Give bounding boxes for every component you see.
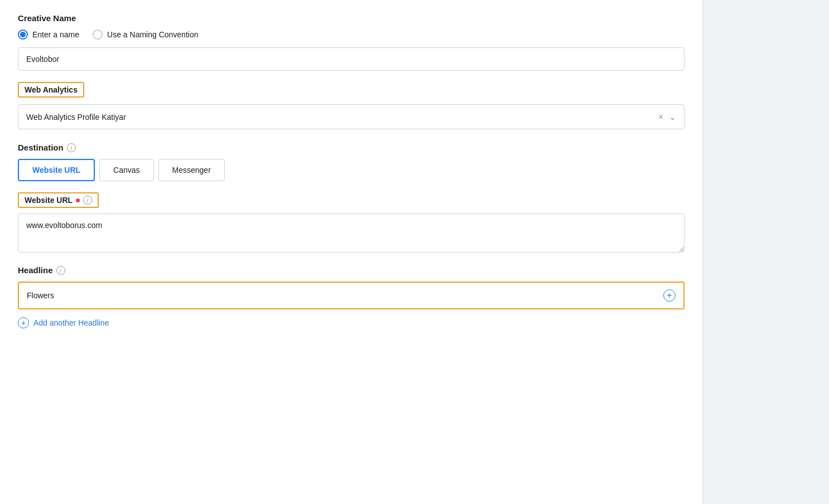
destination-buttons: Website URL Canvas Messenger (18, 159, 685, 181)
add-another-headline-link[interactable]: + Add another Headline (18, 317, 685, 328)
radio-group: Enter a name Use a Naming Convention (18, 30, 685, 40)
radio-enter-name[interactable]: Enter a name (18, 30, 79, 40)
website-url-info-icon[interactable]: i (83, 196, 92, 205)
website-url-textarea[interactable]: www.evoltoborus.com (18, 214, 685, 253)
headline-add-button[interactable]: + (663, 289, 676, 302)
destination-website-url-button[interactable]: Website URL (18, 159, 95, 181)
web-analytics-label: Web Analytics (18, 82, 84, 98)
headline-label: Headline i (18, 265, 685, 275)
website-url-label-text: Website URL (25, 196, 73, 205)
destination-section: Destination i Website URL Canvas Messeng… (18, 143, 685, 181)
radio-naming-convention[interactable]: Use a Naming Convention (93, 30, 198, 40)
web-analytics-selected-value: Web Analytics Profile Katiyar (26, 113, 126, 122)
headline-value: Flowers (27, 291, 54, 300)
creative-name-title: Creative Name (18, 13, 685, 23)
headline-input-wrapper: Flowers + (18, 282, 685, 309)
clear-icon[interactable]: × (658, 112, 663, 122)
headline-section: Headline i Flowers + + Add another Headl… (18, 265, 685, 328)
select-actions: × ⌄ (658, 112, 676, 122)
destination-canvas-button[interactable]: Canvas (99, 159, 153, 181)
website-url-section: Website URL i www.evoltoborus.com (18, 192, 685, 254)
radio-enter-name-circle[interactable] (18, 30, 28, 40)
headline-label-text: Headline (18, 265, 53, 275)
add-another-headline-label: Add another Headline (33, 318, 109, 327)
web-analytics-section: Web Analytics Web Analytics Profile Kati… (18, 82, 685, 129)
radio-enter-name-label: Enter a name (32, 30, 79, 39)
destination-label: Destination i (18, 143, 685, 152)
destination-label-text: Destination (18, 143, 64, 152)
destination-info-icon[interactable]: i (67, 143, 76, 152)
creative-name-input[interactable] (18, 47, 685, 71)
required-dot (76, 198, 80, 202)
chevron-down-icon[interactable]: ⌄ (669, 112, 676, 122)
web-analytics-select[interactable]: Web Analytics Profile Katiyar × ⌄ (18, 104, 685, 129)
destination-messenger-button[interactable]: Messenger (158, 159, 225, 181)
website-url-label-box: Website URL i (18, 192, 99, 208)
right-sidebar (703, 0, 829, 504)
creative-name-section: Creative Name Enter a name Use a Naming … (18, 13, 685, 71)
website-url-label-row: Website URL i (18, 192, 685, 208)
headline-info-icon[interactable]: i (56, 266, 65, 275)
radio-naming-convention-circle[interactable] (93, 30, 103, 40)
radio-naming-convention-label: Use a Naming Convention (107, 30, 198, 39)
add-another-circle-icon: + (18, 317, 29, 328)
